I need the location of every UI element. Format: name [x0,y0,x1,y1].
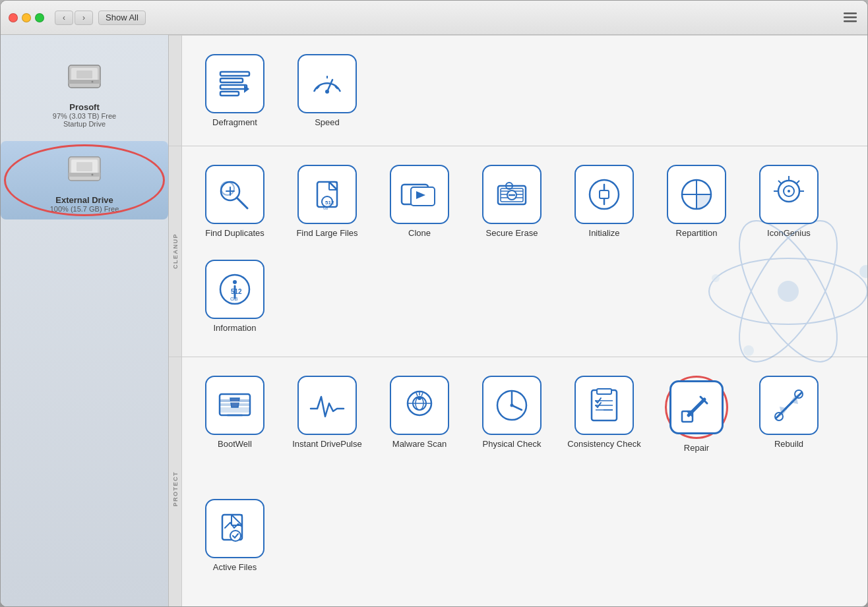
cleanup-grid: Find Duplicates 512 GB [182,146,867,357]
svg-line-82 [421,393,423,396]
drive-space-prosoft: 97% (3.03 TB) Free [53,112,116,120]
section-cleanup: CLEANUP [169,146,867,357]
instant-drivepulse-icon [297,376,357,435]
consistency-check-label: Consistency Check [567,439,640,449]
speed-icon [297,54,357,113]
repartition-label: Repartition [676,228,718,238]
section-label-protect: PROTECT [169,357,182,606]
svg-rect-16 [220,92,239,96]
cleanup-top-grid: Defragment [182,36,867,146]
physical-check-icon [482,376,542,435]
drive-type-prosoft: Startup Drive [63,120,106,128]
drive-icon-container-external [63,148,106,192]
find-duplicates-label: Find Duplicates [205,228,264,238]
malware-scan-icon [390,376,449,435]
main-content: Prosoft 97% (3.03 TB) Free Startup Drive… [1,35,867,606]
protect-grid: BootWell Instant DrivePulse [182,357,867,606]
tool-repartition[interactable]: Repartition [650,157,743,252]
speed-label: Speed [315,117,340,127]
show-all-button[interactable]: Show All [98,11,146,25]
initialize-icon [574,165,634,224]
svg-line-81 [416,393,418,396]
icongenius-icon [759,165,819,224]
svg-point-59 [788,190,790,192]
tool-secure-erase[interactable]: Secure Erase [466,157,558,252]
svg-rect-7 [77,71,92,78]
secure-erase-label: Secure Erase [486,228,538,238]
svg-rect-10 [69,173,100,177]
tool-defragment[interactable]: Defragment [189,46,281,135]
svg-rect-0 [844,13,857,14]
svg-rect-71 [220,407,250,413]
back-button[interactable]: ‹ [55,11,73,25]
svg-point-80 [418,396,421,400]
tool-physical-check[interactable]: Physical Check [466,368,558,491]
sidebar-item-prosoft[interactable]: Prosoft 97% (3.03 TB) Free Startup Drive [1,48,168,134]
close-button[interactable] [9,13,18,22]
protect-label-text: PROTECT [172,471,179,507]
tool-find-duplicates[interactable]: Find Duplicates [189,157,281,252]
active-files-icon [205,499,264,558]
tool-repair[interactable]: Repair [650,368,743,491]
content-area: Defragment [169,35,867,606]
tool-icongenius[interactable]: IconGenius [743,157,835,252]
tool-bootwell[interactable]: BootWell [189,368,281,491]
fullscreen-button[interactable] [35,13,44,22]
sidebar: Prosoft 97% (3.03 TB) Free Startup Drive… [1,35,169,606]
instant-drivepulse-label: Instant DrivePulse [292,439,362,449]
initialize-label: Initialize [589,228,620,238]
svg-text:512: 512 [325,200,334,206]
nav-buttons: ‹ › [55,11,93,25]
clone-label: Clone [408,228,431,238]
drive-space-external: 100% (15.7 GB) Free [50,205,119,213]
svg-rect-12 [77,162,92,171]
tool-initialize[interactable]: Initialize [558,157,650,252]
repair-icon [669,380,724,434]
svg-text:512: 512 [231,288,242,295]
svg-rect-87 [597,389,611,394]
tool-information[interactable]: 512 GB Information [189,252,281,347]
find-large-files-icon: 512 GB [297,165,357,224]
tool-instant-drivepulse[interactable]: Instant DrivePulse [281,368,373,491]
minimize-button[interactable] [22,13,31,22]
rebuild-label: Rebuild [774,439,803,449]
tool-active-files[interactable]: Active Files [189,491,281,606]
svg-text:GB: GB [323,206,328,210]
svg-line-92 [689,399,704,415]
svg-point-102 [230,531,241,541]
sidebar-item-external[interactable]: External Drive 100% (15.7 GB) Free [1,141,168,219]
clone-icon [390,165,449,224]
tool-clone[interactable]: Clone [373,157,466,252]
tool-rebuild[interactable]: Rebuild [743,368,835,491]
svg-rect-14 [220,78,243,82]
information-icon: 512 GB [205,260,264,319]
consistency-check-icon [574,376,634,435]
rebuild-icon [759,376,819,435]
defragment-icon [205,54,264,113]
tool-find-large-files[interactable]: 512 GB Find Large Files [281,157,373,252]
svg-rect-2 [844,20,857,22]
svg-text:GB: GB [230,296,238,302]
repartition-icon [667,165,726,224]
tool-consistency-check[interactable]: Consistency Check [558,368,650,491]
icongenius-label: IconGenius [767,228,811,238]
active-files-label: Active Files [213,562,257,572]
svg-line-64 [796,181,799,184]
bootwell-label: BootWell [218,439,252,449]
svg-point-66 [233,280,237,284]
forward-button[interactable]: › [75,11,93,25]
svg-rect-53 [600,190,609,198]
svg-point-19 [325,90,329,94]
svg-point-6 [92,81,94,83]
find-duplicates-icon [205,165,264,224]
svg-line-31 [237,198,247,208]
svg-point-85 [511,404,514,407]
cleanup-label-text: CLEANUP [172,233,179,269]
section-cleanup-top: Defragment [169,35,867,146]
bootwell-icon [205,376,264,435]
list-view-button[interactable] [841,11,859,25]
tool-malware-scan[interactable]: Malware Scan [373,368,466,491]
tool-speed[interactable]: Speed [281,46,373,135]
secure-erase-icon [482,165,542,224]
repair-label: Repair [684,443,709,453]
